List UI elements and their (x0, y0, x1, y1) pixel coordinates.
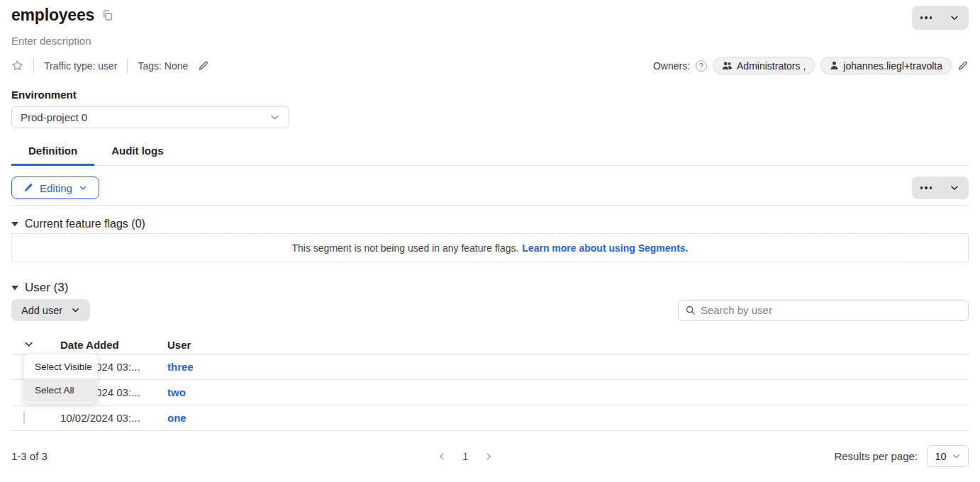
chevron-down-icon (269, 112, 280, 123)
user-controls: Add user (11, 299, 969, 321)
column-header-date-added: Date Added (60, 339, 167, 351)
feature-flags-section-header[interactable]: Current feature flags (0) (11, 218, 969, 230)
chevron-down-icon (950, 183, 959, 193)
copy-icon[interactable] (101, 9, 113, 21)
chevron-left-icon (437, 452, 447, 461)
environment-section: Environment Prod-project 0 (11, 89, 969, 128)
environment-selected-value: Prod-project 0 (21, 111, 87, 123)
more-options-icon (920, 186, 932, 189)
toolbar-actions-chevron-button[interactable] (940, 176, 969, 199)
editing-button[interactable]: Editing (11, 176, 99, 199)
chevron-down-icon (71, 306, 80, 315)
edit-owners-pencil-icon[interactable] (957, 60, 969, 72)
table-row: 10/02/2024 03:... three (11, 354, 969, 380)
add-user-button[interactable]: Add user (11, 299, 90, 321)
table-row: 10/02/2024 03:... two (11, 380, 969, 405)
current-page-number[interactable]: 1 (462, 451, 468, 462)
owner-pill-user[interactable]: johannes.liegl+travolta (820, 57, 952, 74)
person-icon (830, 61, 839, 70)
previous-page-button[interactable] (435, 450, 448, 463)
feature-flags-empty-message: This segment is not being used in any fe… (291, 242, 518, 254)
feature-flags-empty-state: This segment is not being used in any fe… (11, 233, 969, 262)
header-actions-split-button (912, 6, 969, 30)
environment-label: Environment (11, 89, 969, 101)
group-icon (722, 61, 733, 70)
owner-pill-administrators[interactable]: Administrators , (713, 57, 815, 74)
user-table: Date Added User 10/02/2024 03:... three … (11, 336, 969, 431)
tab-bar: Definition Audit logs (11, 138, 969, 166)
tags-label: Tags: None (138, 60, 188, 72)
owners-label: Owners: (653, 60, 690, 72)
row-checkbox[interactable] (23, 411, 25, 425)
chevron-right-icon (484, 452, 494, 461)
tab-definition[interactable]: Definition (11, 138, 94, 166)
description-placeholder[interactable]: Enter description (11, 35, 969, 47)
edit-pencil-icon (23, 183, 33, 193)
owner-pill-label: Administrators , (737, 60, 806, 72)
table-header-row: Date Added User (11, 336, 969, 354)
star-icon[interactable] (11, 60, 23, 72)
traffic-type-label: Traffic type: user (44, 60, 117, 72)
user-section-header[interactable]: User (3) (11, 281, 969, 295)
select-menu-item[interactable]: Select Visible (24, 355, 97, 379)
triangle-collapse-icon (11, 221, 18, 227)
segment-detail-page: employees Enter description (0, 0, 980, 467)
toolbar-actions-split-button (912, 176, 969, 199)
more-options-icon (920, 16, 932, 19)
user-section-heading: User (3) (25, 281, 68, 295)
chevron-down-icon (952, 452, 961, 461)
add-user-label: Add user (21, 305, 62, 316)
edit-tags-pencil-icon[interactable] (198, 60, 209, 72)
divider (127, 59, 128, 73)
row-date: 10/02/2024 03:... (60, 412, 167, 424)
meta-row: Traffic type: user Tags: None Owners: Ad… (11, 57, 969, 74)
user-search (678, 300, 969, 321)
page-header: employees (11, 6, 969, 30)
search-icon (685, 305, 696, 315)
table-footer: 1-3 of 3 1 Results per page: 10 (11, 445, 969, 467)
divider (11, 205, 969, 206)
results-per-page-value: 10 (935, 451, 946, 462)
user-link[interactable]: two (167, 386, 186, 398)
tab-audit-logs[interactable]: Audit logs (94, 138, 180, 166)
next-page-button[interactable] (482, 450, 495, 463)
select-all-chevron-button[interactable] (23, 339, 34, 349)
user-link[interactable]: three (167, 361, 194, 373)
more-options-button[interactable] (912, 6, 940, 30)
definition-toolbar: Editing (11, 176, 969, 199)
select-menu-item[interactable]: Select All (24, 379, 97, 402)
header-actions-chevron-button[interactable] (940, 6, 969, 30)
column-header-user: User (167, 339, 969, 351)
triangle-collapse-icon (11, 285, 18, 291)
results-per-page-label: Results per page: (834, 450, 918, 462)
chevron-down-icon (950, 13, 959, 23)
divider (33, 59, 34, 73)
learn-more-link[interactable]: Learn more about using Segments. (522, 242, 688, 254)
page-title: employees (11, 6, 94, 25)
results-range: 1-3 of 3 (11, 450, 196, 462)
editing-label: Editing (40, 182, 72, 194)
toolbar-more-options-button[interactable] (912, 176, 940, 199)
search-input[interactable] (701, 304, 962, 316)
environment-select[interactable]: Prod-project 0 (11, 106, 289, 128)
feature-flags-heading: Current feature flags (0) (25, 218, 145, 230)
pagination: 1 (196, 450, 735, 463)
user-link[interactable]: one (167, 412, 186, 424)
results-per-page-select[interactable]: 10 (927, 445, 969, 467)
chevron-down-icon (23, 339, 34, 349)
help-icon[interactable] (696, 60, 707, 72)
select-dropdown-menu: Select Visible Select All (23, 354, 98, 403)
table-row: 10/02/2024 03:... one (11, 405, 969, 431)
chevron-down-icon (79, 184, 87, 192)
owner-pill-label: johannes.liegl+travolta (843, 60, 942, 72)
